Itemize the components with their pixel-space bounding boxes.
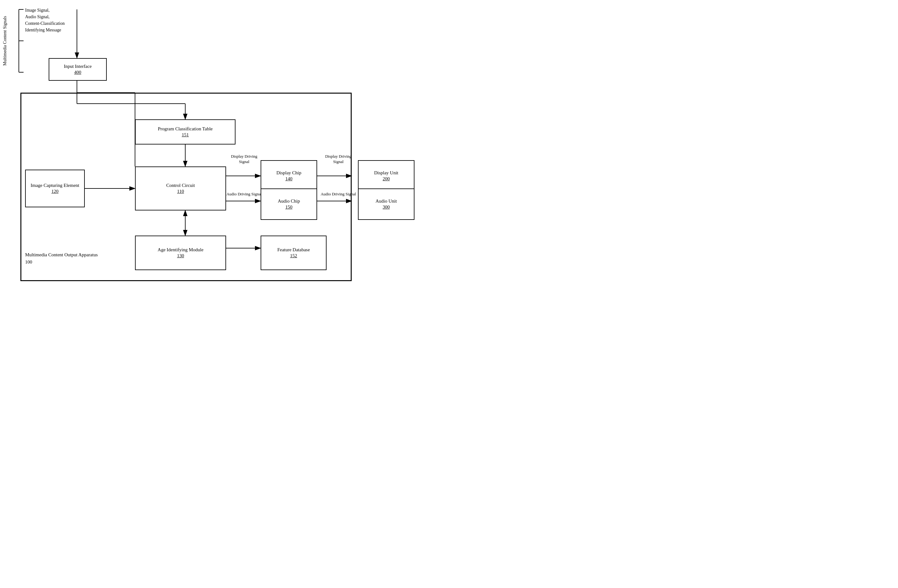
audio-driving-signal-1: Audio Driving Signal [226, 192, 262, 197]
input-signals-label: Image Signal, Audio Signal, Content-Clas… [25, 7, 65, 33]
input-interface-number: 400 [74, 69, 81, 76]
feature-database-number: 152 [290, 253, 297, 259]
control-circuit-label: Control Circuit [166, 183, 195, 189]
program-classification-box: Program Classification Table 151 [135, 119, 235, 145]
image-capturing-number: 120 [51, 188, 59, 195]
outer-apparatus-label: Multimedia Content Output Apparatus 100 [25, 251, 98, 265]
display-unit-label: Display Unit [374, 170, 398, 176]
audio-chip-box: Audio Chip 150 [261, 188, 317, 220]
display-unit-box: Display Unit 200 [358, 160, 414, 192]
audio-unit-number: 300 [383, 204, 390, 211]
multimedia-signals-label: Multimedia Content Signals [3, 6, 8, 75]
audio-unit-label: Audio Unit [375, 198, 397, 205]
audio-chip-number: 150 [285, 204, 293, 211]
age-identifying-label: Age Identifying Module [158, 247, 203, 253]
display-chip-number: 140 [285, 176, 293, 182]
image-capturing-box: Image Capturing Element 120 [25, 169, 85, 207]
display-driving-signal-1: Display Driving Signal [226, 154, 262, 165]
input-interface-box: Input Interface 400 [49, 58, 107, 81]
audio-chip-label: Audio Chip [278, 198, 300, 205]
age-identifying-number: 130 [177, 253, 184, 259]
control-circuit-number: 110 [177, 188, 184, 195]
display-driving-signal-2: Display Driving Signal [320, 154, 357, 165]
display-unit-number: 200 [383, 176, 390, 182]
display-chip-box: Display Chip 140 [261, 160, 317, 192]
image-capturing-label: Image Capturing Element [31, 183, 80, 189]
feature-database-box: Feature Database 152 [261, 236, 326, 270]
audio-unit-box: Audio Unit 300 [358, 188, 414, 220]
age-identifying-box: Age Identifying Module 130 [135, 236, 226, 270]
display-chip-label: Display Chip [276, 170, 301, 176]
program-classification-number: 151 [182, 132, 189, 138]
program-classification-label: Program Classification Table [158, 126, 212, 132]
input-interface-label: Input Interface [64, 63, 92, 70]
control-circuit-box: Control Circuit 110 [135, 166, 226, 211]
audio-driving-signal-2: Audio Driving Signal [320, 192, 357, 197]
feature-database-label: Feature Database [277, 247, 310, 253]
diagram: Multimedia Content Signals Image Signal,… [0, 0, 449, 294]
